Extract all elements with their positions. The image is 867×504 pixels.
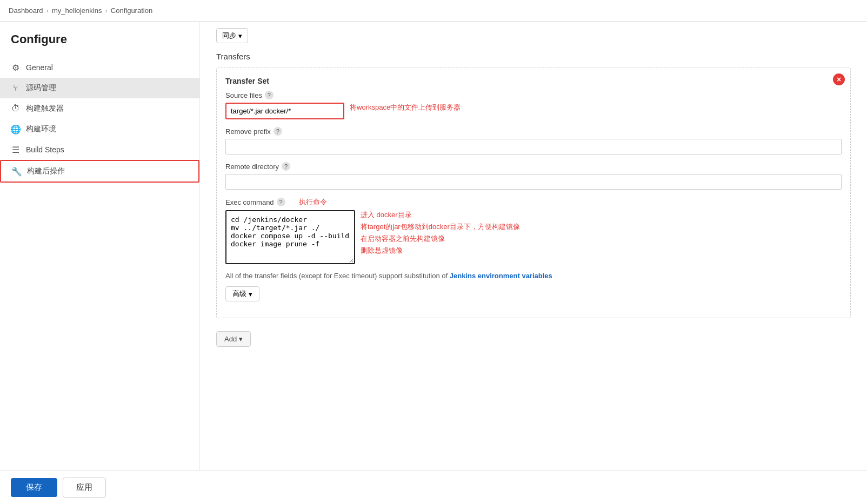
breadcrumb-sep-1: › <box>46 6 49 15</box>
breadcrumb-sep-2: › <box>105 6 107 15</box>
breadcrumb-dashboard[interactable]: Dashboard <box>9 6 43 15</box>
remove-prefix-label: Remove prefix ? <box>225 127 842 136</box>
bottom-bar: 保存 应用 <box>0 471 867 504</box>
breadcrumb-project[interactable]: my_hellojenkins <box>52 6 102 15</box>
remote-directory-help-icon[interactable]: ? <box>282 162 290 171</box>
sync-dropdown[interactable]: 同步 ▾ <box>216 28 248 43</box>
advanced-chevron-icon: ▾ <box>249 290 252 298</box>
remote-directory-input[interactable] <box>225 174 842 190</box>
main-content: 同步 ▾ Transfers Transfer Set × Source fil… <box>200 22 867 504</box>
remove-prefix-input[interactable] <box>225 139 842 154</box>
sidebar-item-build-steps[interactable]: ☰ Build Steps <box>0 139 199 160</box>
sidebar: Configure ⚙ General ⑂ 源码管理 ⏱ 构建触发器 🌐 构建环… <box>0 22 200 504</box>
top-dropdown-area: 同步 ▾ <box>216 22 851 52</box>
exec-command-row: cd /jenkins/docker mv ../target/*.jar ./… <box>225 210 842 264</box>
globe-icon: 🌐 <box>11 124 21 134</box>
transfer-info-text: All of the transfer fields (except for E… <box>225 272 842 280</box>
remote-directory-label: Remote directory ? <box>225 162 842 171</box>
close-icon: × <box>837 76 841 83</box>
jenkins-env-vars-link[interactable]: Jenkins environment variables <box>450 272 552 280</box>
sidebar-item-build-trigger[interactable]: ⏱ 构建触发器 <box>0 98 199 119</box>
transfers-section-title: Transfers <box>216 52 851 61</box>
tool-icon: 🔧 <box>12 166 22 176</box>
add-button[interactable]: Add ▾ <box>216 331 251 347</box>
advanced-button[interactable]: 高级 ▾ <box>225 286 259 301</box>
clock-icon: ⏱ <box>11 104 21 113</box>
sidebar-item-post-build[interactable]: 🔧 构建后操作 <box>0 160 199 183</box>
add-button-label: Add ▾ <box>224 335 243 343</box>
exec-command-annotation-label: 执行命令 <box>299 197 327 207</box>
exec-command-textarea[interactable]: cd /jenkins/docker mv ../target/*.jar ./… <box>225 210 355 264</box>
sidebar-item-label: 构建环境 <box>26 124 56 134</box>
sidebar-item-label: General <box>26 63 53 72</box>
advanced-label: 高级 <box>232 289 246 299</box>
exec-annotations: 进入 docker目录 将target的jar包移动到docker目录下，方便构… <box>361 210 520 256</box>
save-button[interactable]: 保存 <box>11 478 57 497</box>
source-files-input[interactable] <box>225 103 344 119</box>
remove-prefix-help-icon[interactable]: ? <box>274 127 282 136</box>
list-icon: ☰ <box>11 145 21 154</box>
exec-annotation-2: 在启动容器之前先构建镜像 <box>361 234 520 244</box>
sync-dropdown-label: 同步 <box>222 31 236 41</box>
source-files-label: Source files ? <box>225 91 842 99</box>
sidebar-item-label: Build Steps <box>26 145 64 154</box>
sidebar-item-label: 构建触发器 <box>26 104 64 113</box>
branch-icon: ⑂ <box>11 83 21 93</box>
exec-annotation-1: 将target的jar包移动到docker目录下，方便构建镜像 <box>361 222 520 232</box>
sidebar-item-build-env[interactable]: 🌐 构建环境 <box>0 119 199 139</box>
sidebar-title: Configure <box>0 32 199 57</box>
exec-annotation-0: 进入 docker目录 <box>361 210 520 220</box>
sidebar-item-label: 构建后操作 <box>27 166 65 176</box>
sidebar-item-general[interactable]: ⚙ General <box>0 57 199 78</box>
transfer-set-card: Transfer Set × Source files ? 将workspace… <box>216 68 851 318</box>
exec-command-help-icon[interactable]: ? <box>277 198 285 206</box>
source-files-row: 将workspace中的文件上传到服务器 <box>225 103 842 119</box>
breadcrumb: Dashboard › my_hellojenkins › Configurat… <box>0 0 867 22</box>
close-transfer-button[interactable]: × <box>833 73 845 85</box>
transfer-set-header: Transfer Set <box>225 77 842 85</box>
source-files-help-icon[interactable]: ? <box>265 91 274 99</box>
chevron-down-icon: ▾ <box>238 32 242 40</box>
exec-annotation-3: 删除悬虚镜像 <box>361 246 520 256</box>
apply-button[interactable]: 应用 <box>63 478 106 498</box>
exec-command-label: Exec command ? 执行命令 <box>225 197 842 207</box>
sidebar-item-label: 源码管理 <box>26 83 56 93</box>
source-files-annotation: 将workspace中的文件上传到服务器 <box>350 103 461 112</box>
breadcrumb-config: Configuration <box>111 6 152 15</box>
gear-icon: ⚙ <box>11 63 21 72</box>
sidebar-item-source-mgmt[interactable]: ⑂ 源码管理 <box>0 78 199 98</box>
